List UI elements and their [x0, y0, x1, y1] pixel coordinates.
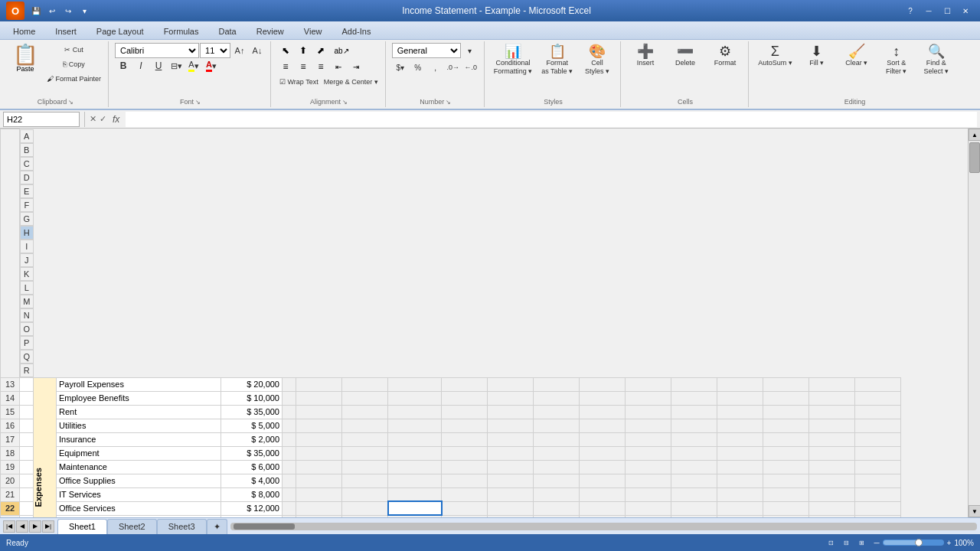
sheet-tab-sheet1[interactable]: Sheet1 — [57, 519, 107, 534]
cell-q19[interactable] — [809, 460, 855, 474]
scroll-thumb[interactable] — [969, 142, 980, 173]
fill-color-button[interactable]: A▾ — [185, 59, 202, 73]
cell-r20[interactable] — [855, 474, 901, 487]
help-button[interactable]: ? — [902, 4, 919, 18]
underline-button[interactable]: U — [150, 59, 167, 73]
cell-e16[interactable] — [283, 419, 296, 432]
cell-g17[interactable] — [342, 432, 388, 446]
cell-j16[interactable] — [488, 419, 534, 432]
cell-l13[interactable] — [580, 377, 626, 391]
cell-a14[interactable] — [20, 391, 34, 405]
grid-scroll[interactable]: A B C D E F G H I J K L M — [0, 129, 968, 517]
col-header-d[interactable]: D — [20, 171, 34, 184]
cell-h14[interactable] — [388, 391, 442, 405]
row-header-17[interactable]: 17 — [1, 432, 20, 446]
cell-i14[interactable] — [442, 391, 488, 405]
cell-h15[interactable] — [388, 405, 442, 419]
cell-i21[interactable] — [442, 487, 488, 501]
row-header-22[interactable]: 22 — [1, 501, 20, 515]
col-header-f[interactable]: F — [20, 198, 34, 212]
cell-e19[interactable] — [283, 460, 296, 474]
cell-o15[interactable] — [717, 405, 763, 419]
cell-g18[interactable] — [342, 446, 388, 460]
cell-a18[interactable] — [20, 446, 34, 460]
clear-button[interactable]: 🧹 Clear ▾ — [838, 43, 875, 69]
cell-i18[interactable] — [442, 446, 488, 460]
col-header-b[interactable]: B — [20, 143, 34, 157]
cell-e18[interactable] — [283, 446, 296, 460]
h-scrollbar[interactable] — [230, 523, 977, 530]
col-header-e[interactable]: E — [20, 184, 34, 198]
cell-n21[interactable] — [671, 487, 717, 501]
cell-n16[interactable] — [671, 419, 717, 432]
format-as-table-button[interactable]: 📋 Formatas Table ▾ — [538, 43, 576, 77]
cell-q17[interactable] — [809, 432, 855, 446]
col-header-n[interactable]: N — [20, 308, 34, 322]
cell-g14[interactable] — [342, 391, 388, 405]
minimize-button[interactable]: ─ — [920, 4, 937, 18]
cell-k15[interactable] — [534, 405, 580, 419]
cell-d22[interactable]: $ 12,000 — [221, 501, 283, 515]
cell-m14[interactable] — [626, 391, 671, 405]
col-header-q[interactable]: Q — [20, 350, 34, 364]
sheet-tab-add[interactable]: ✦ — [207, 519, 227, 534]
cell-m16[interactable] — [626, 419, 671, 432]
cell-i16[interactable] — [442, 419, 488, 432]
cell-p19[interactable] — [763, 460, 809, 474]
sort-filter-button[interactable]: ↕ Sort &Filter ▾ — [878, 43, 915, 77]
sheet-tab-sheet3[interactable]: Sheet3 — [157, 519, 207, 534]
tab-add-ins[interactable]: Add-Ins — [332, 22, 381, 39]
zoom-out-button[interactable]: ─ — [874, 539, 879, 547]
page-layout-view-button[interactable]: ⊟ — [840, 536, 852, 549]
decrease-indent-button[interactable]: ⇤ — [330, 59, 347, 74]
cell-c18[interactable]: Equipment — [57, 446, 221, 460]
tab-insert[interactable]: Insert — [45, 22, 87, 39]
cell-p16[interactable] — [763, 419, 809, 432]
cell-c22[interactable]: Office Services — [57, 501, 221, 515]
tab-data[interactable]: Data — [208, 22, 246, 39]
cell-q13[interactable] — [809, 377, 855, 391]
cell-c16[interactable]: Utilities — [57, 419, 221, 432]
cell-l16[interactable] — [580, 419, 626, 432]
cut-button[interactable]: ✂ Cut — [44, 43, 103, 57]
cell-p22[interactable] — [763, 501, 809, 515]
cell-h18[interactable] — [388, 446, 442, 460]
decrease-decimal-button[interactable]: ←.0 — [462, 60, 479, 74]
cell-n18[interactable] — [671, 446, 717, 460]
normal-view-button[interactable]: ⊡ — [825, 536, 837, 549]
cell-a15[interactable] — [20, 405, 34, 419]
cell-d19[interactable]: $ 6,000 — [221, 460, 283, 474]
cell-r15[interactable] — [855, 405, 901, 419]
cell-f15[interactable] — [296, 405, 342, 419]
cell-f16[interactable] — [296, 419, 342, 432]
cell-g15[interactable] — [342, 405, 388, 419]
cell-p14[interactable] — [763, 391, 809, 405]
col-header-k[interactable]: K — [20, 267, 34, 281]
cell-g16[interactable] — [342, 419, 388, 432]
cell-f17[interactable] — [296, 432, 342, 446]
confirm-formula-button[interactable]: ✓ — [100, 114, 106, 124]
cell-p15[interactable] — [763, 405, 809, 419]
cell-j13[interactable] — [488, 377, 534, 391]
col-header-c[interactable]: C — [20, 157, 34, 171]
cell-k20[interactable] — [534, 474, 580, 487]
cell-a22[interactable] — [20, 501, 34, 515]
cell-r16[interactable] — [855, 419, 901, 432]
cell-e21[interactable] — [283, 487, 296, 501]
cell-g21[interactable] — [342, 487, 388, 501]
insert-button[interactable]: ➕ Insert — [627, 43, 664, 69]
cell-r14[interactable] — [855, 391, 901, 405]
bold-button[interactable]: B — [115, 59, 132, 73]
save-button[interactable]: 💾 — [29, 4, 43, 18]
align-left-button[interactable]: ≡ — [277, 59, 294, 74]
cell-a21[interactable] — [20, 487, 34, 501]
cell-m22[interactable] — [626, 501, 671, 515]
col-header-j[interactable]: J — [20, 253, 34, 267]
cell-n19[interactable] — [671, 460, 717, 474]
cell-q18[interactable] — [809, 446, 855, 460]
cell-l14[interactable] — [580, 391, 626, 405]
cell-e22[interactable] — [283, 501, 296, 515]
alignment-arrow[interactable]: ↘ — [342, 99, 348, 106]
cell-j22[interactable] — [488, 501, 534, 515]
sheet-next-button[interactable]: ▶ — [29, 520, 41, 533]
